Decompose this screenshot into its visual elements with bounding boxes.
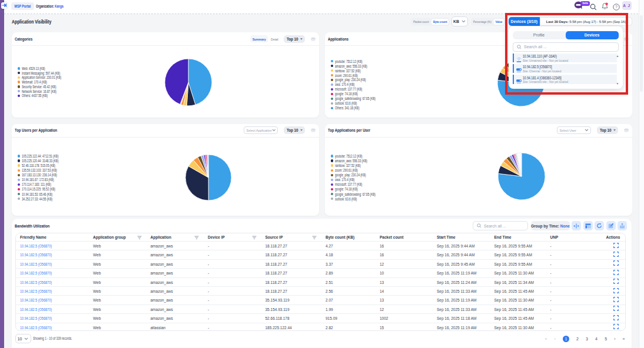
svg-text:?: ?: [615, 5, 618, 9]
